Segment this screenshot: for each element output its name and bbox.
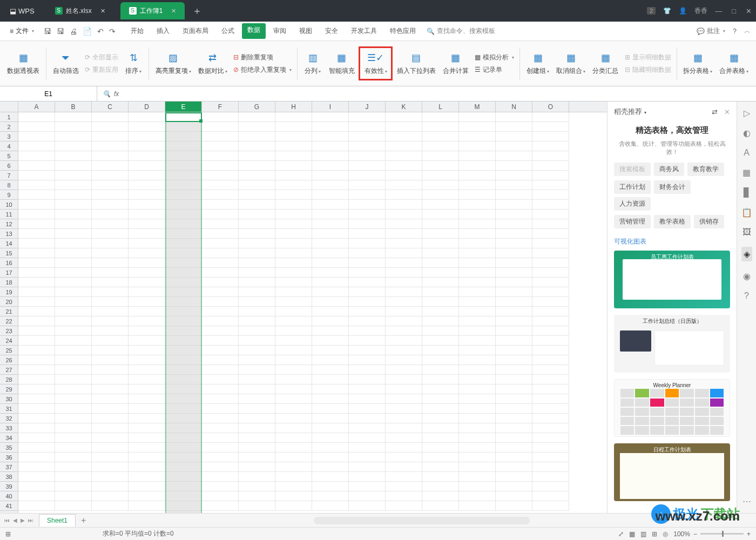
cell[interactable]	[349, 462, 386, 472]
cells-area[interactable]	[18, 112, 607, 513]
cell[interactable]	[92, 394, 129, 404]
cell[interactable]	[422, 355, 459, 365]
smart-fill-button[interactable]: ▦ 智能填充	[326, 49, 357, 78]
cell[interactable]	[92, 258, 129, 268]
maximize-icon[interactable]: □	[732, 7, 736, 15]
cell[interactable]	[459, 316, 496, 326]
ungroup-button[interactable]: ▦ 取消组合▾	[554, 49, 589, 78]
column-header-K[interactable]: K	[386, 102, 422, 112]
cell[interactable]	[312, 112, 349, 122]
cell[interactable]	[349, 453, 386, 462]
select-all-corner[interactable]	[0, 102, 18, 112]
cell[interactable]	[275, 171, 312, 180]
cell[interactable]	[275, 326, 312, 336]
cell[interactable]	[349, 365, 386, 375]
cell[interactable]	[18, 316, 55, 326]
cell[interactable]	[459, 229, 496, 239]
row-header[interactable]: 38	[0, 472, 18, 482]
cell[interactable]	[129, 414, 165, 423]
sort-button[interactable]: ⇅ 排序▾	[122, 49, 145, 78]
cell[interactable]	[422, 268, 459, 278]
filter-teaching[interactable]: 教学表格	[654, 215, 691, 228]
cell[interactable]	[496, 248, 532, 258]
simulate-button[interactable]: ▦模拟分析▾	[473, 52, 516, 63]
cell[interactable]	[349, 501, 386, 511]
cell[interactable]	[532, 161, 569, 171]
row-header[interactable]: 30	[0, 394, 18, 404]
cell[interactable]	[18, 394, 55, 404]
cell[interactable]	[18, 336, 55, 346]
cell[interactable]	[18, 404, 55, 414]
cell[interactable]	[55, 307, 92, 316]
cell[interactable]	[129, 151, 165, 161]
cell[interactable]	[92, 180, 129, 190]
cell[interactable]	[275, 346, 312, 355]
cell[interactable]	[312, 453, 349, 462]
cell[interactable]	[496, 287, 532, 297]
cell[interactable]	[459, 462, 496, 472]
cell[interactable]	[532, 122, 569, 132]
cell[interactable]	[165, 336, 202, 346]
cell[interactable]	[202, 141, 239, 151]
cell[interactable]	[92, 453, 129, 462]
column-header-O[interactable]: O	[532, 102, 569, 112]
cell[interactable]	[349, 141, 386, 151]
column-header-H[interactable]: H	[275, 102, 312, 112]
cell[interactable]	[312, 472, 349, 482]
cell[interactable]	[349, 229, 386, 239]
close-window-icon[interactable]: ✕	[746, 7, 752, 15]
cell[interactable]	[386, 219, 422, 229]
cell[interactable]	[459, 161, 496, 171]
cell[interactable]	[532, 462, 569, 472]
cell[interactable]	[312, 414, 349, 423]
cell[interactable]	[129, 122, 165, 132]
side-panel-title[interactable]: 稻壳推荐 ▾	[614, 107, 646, 117]
pivot-table-button[interactable]: ▦ 数据透视表	[4, 49, 43, 78]
consolidate-button[interactable]: ▦ 合并计算	[440, 49, 471, 78]
cell[interactable]	[386, 433, 422, 443]
cell[interactable]	[275, 268, 312, 278]
cell[interactable]	[92, 404, 129, 414]
cell[interactable]	[386, 200, 422, 210]
zoom-slider[interactable]	[700, 533, 744, 535]
cell[interactable]	[349, 394, 386, 404]
cell[interactable]	[349, 307, 386, 316]
cell[interactable]	[202, 171, 239, 180]
cell[interactable]	[422, 219, 459, 229]
cell[interactable]	[55, 316, 92, 326]
cell[interactable]	[275, 491, 312, 501]
cell[interactable]	[312, 482, 349, 491]
cell[interactable]	[275, 414, 312, 423]
row-header[interactable]: 23	[0, 326, 18, 336]
row-header[interactable]: 36	[0, 453, 18, 462]
cell[interactable]	[422, 433, 459, 443]
row-header[interactable]: 13	[0, 229, 18, 239]
cell[interactable]	[349, 414, 386, 423]
cell[interactable]	[202, 190, 239, 200]
cell[interactable]	[18, 287, 55, 297]
cell[interactable]	[496, 423, 532, 433]
cell[interactable]	[275, 404, 312, 414]
cell[interactable]	[92, 346, 129, 355]
cell[interactable]	[349, 443, 386, 453]
cell[interactable]	[18, 239, 55, 248]
row-header[interactable]: 39	[0, 482, 18, 491]
cell[interactable]	[496, 316, 532, 326]
cell[interactable]	[239, 365, 275, 375]
cell[interactable]	[349, 491, 386, 501]
cell[interactable]	[459, 307, 496, 316]
cell[interactable]	[496, 346, 532, 355]
cell[interactable]	[459, 258, 496, 268]
cell[interactable]	[349, 200, 386, 210]
cell[interactable]	[165, 190, 202, 200]
row-header[interactable]: 7	[0, 171, 18, 180]
cell[interactable]	[129, 278, 165, 287]
cell[interactable]	[459, 180, 496, 190]
cell[interactable]	[55, 355, 92, 365]
settings-icon[interactable]: ⇄	[712, 108, 718, 116]
cell[interactable]	[92, 219, 129, 229]
template-card-2[interactable]: 工作计划总结（日历版）	[614, 315, 730, 373]
cell[interactable]	[532, 268, 569, 278]
close-panel-icon[interactable]: ✕	[724, 108, 730, 116]
cell[interactable]	[202, 180, 239, 190]
